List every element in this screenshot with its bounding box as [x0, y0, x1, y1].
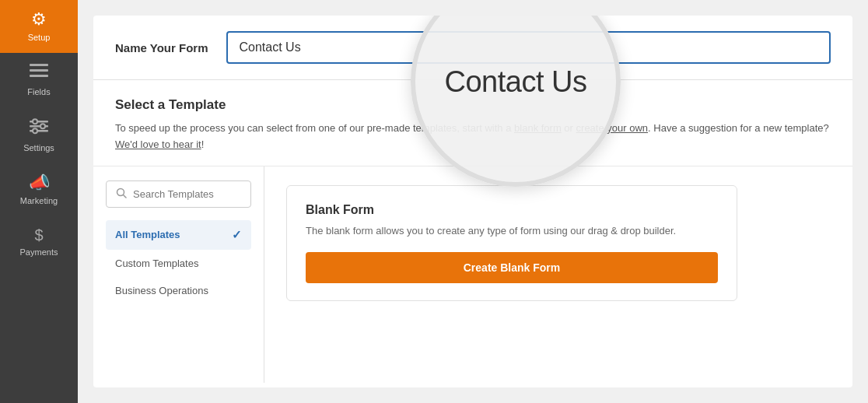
svg-point-7 — [40, 124, 45, 128]
sidebar-item-label: Settings — [23, 143, 54, 152]
search-templates-input[interactable] — [133, 188, 241, 200]
template-section-desc: To speed up the process you can select f… — [115, 121, 831, 153]
sidebar-item-settings[interactable]: Settings — [0, 107, 78, 163]
svg-rect-0 — [30, 64, 48, 66]
sidebar-item-fields[interactable]: Fields — [0, 53, 78, 107]
sidebar: ⚙ Setup Fields Settings 📣 Market — [0, 0, 78, 403]
sidebar-item-payments[interactable]: $ Payments — [0, 216, 78, 268]
template-nav-custom[interactable]: Custom Templates — [106, 250, 251, 277]
wed-love-link[interactable]: We'd love to hear it — [115, 138, 201, 150]
template-nav-all[interactable]: All Templates ✓ — [106, 220, 251, 250]
sidebar-item-label: Payments — [20, 247, 58, 257]
svg-point-8 — [33, 128, 37, 133]
sidebar-item-marketing[interactable]: 📣 Marketing — [0, 163, 78, 216]
form-card: Contact Us Name Your Form Select a Templ… — [93, 16, 852, 387]
sidebar-item-label: Fields — [27, 87, 50, 96]
svg-point-6 — [33, 119, 37, 124]
template-body: All Templates ✓ Custom Templates Busines… — [93, 166, 852, 383]
sidebar-item-setup[interactable]: ⚙ Setup — [0, 0, 78, 53]
blank-form-link[interactable]: blank form — [514, 122, 562, 134]
search-box[interactable] — [106, 180, 251, 208]
search-icon — [116, 187, 127, 201]
template-section: Select a Template To speed up the proces… — [93, 80, 852, 166]
fields-icon — [30, 64, 48, 82]
create-blank-form-button[interactable]: Create Blank Form — [306, 252, 718, 283]
settings-icon — [30, 118, 48, 138]
name-label: Name Your Form — [115, 41, 208, 54]
payments-icon: $ — [34, 227, 43, 243]
blank-form-card: Blank Form The blank form allows you to … — [286, 185, 737, 302]
svg-rect-1 — [30, 69, 48, 72]
sidebar-item-label: Setup — [28, 33, 51, 42]
name-section: Name Your Form — [93, 16, 852, 80]
svg-line-10 — [124, 194, 127, 198]
svg-rect-2 — [30, 75, 48, 77]
blank-form-description: The blank form allows you to create any … — [306, 223, 718, 239]
sidebar-item-label: Marketing — [20, 196, 58, 205]
setup-icon: ⚙ — [31, 11, 47, 28]
main-content: Contact Us Name Your Form Select a Templ… — [78, 0, 868, 403]
form-name-input[interactable] — [226, 31, 831, 64]
template-content-panel: Blank Form The blank form allows you to … — [264, 166, 852, 383]
marketing-icon: 📣 — [29, 174, 50, 191]
blank-form-title: Blank Form — [306, 203, 718, 217]
template-section-title: Select a Template — [115, 97, 831, 113]
template-list-panel: All Templates ✓ Custom Templates Busines… — [93, 166, 264, 383]
create-your-own-link[interactable]: create your own — [576, 122, 649, 134]
template-nav-business[interactable]: Business Operations — [106, 277, 251, 304]
checkmark-icon: ✓ — [232, 228, 242, 242]
